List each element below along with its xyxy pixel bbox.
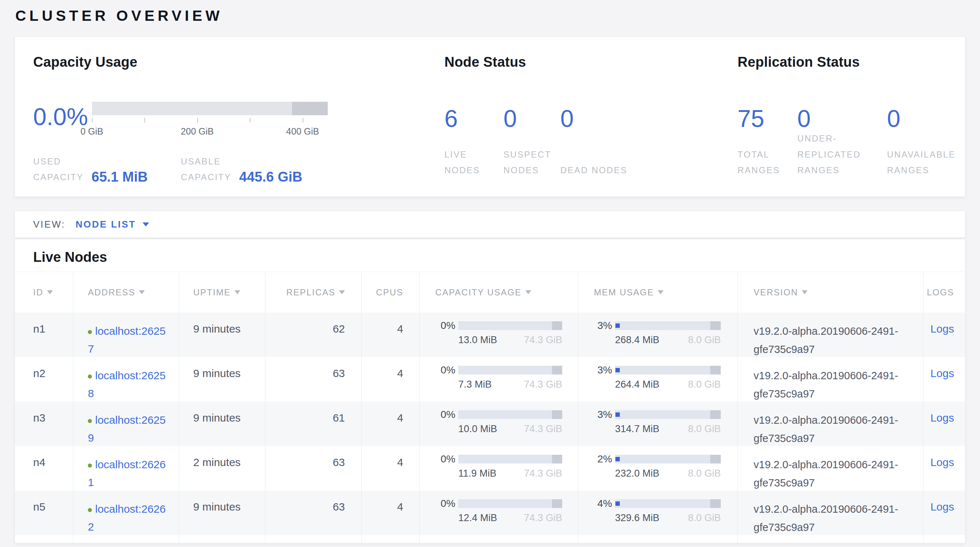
bar-dark-segment bbox=[552, 499, 563, 508]
capacity-stats: USED CAPACITY 65.1 MiB USABLE CAPACITY 4… bbox=[33, 154, 361, 182]
bar-dark-segment bbox=[552, 366, 563, 375]
node-address-cell: localhost:26258 bbox=[73, 357, 179, 403]
column-header-capacity-usage[interactable]: CAPACITY USAGE bbox=[419, 272, 578, 313]
capacity-usage-bar bbox=[458, 321, 562, 330]
mem-usage-bar bbox=[615, 455, 721, 463]
column-header-label: ID bbox=[33, 287, 43, 297]
under-replicated-ranges-stat: 0 UNDER-REPLICATED RANGES bbox=[797, 107, 887, 178]
capacity-usage-bar bbox=[458, 499, 562, 508]
used-capacity-value: 65.1 MiB bbox=[92, 169, 148, 185]
tick-label: 0 GiB bbox=[61, 126, 123, 137]
logs-link[interactable]: Logs bbox=[931, 412, 954, 424]
node-id: n1 bbox=[15, 313, 73, 358]
gauge-used-value: 329.6 MiB bbox=[615, 512, 660, 524]
capacity-axis-ticks bbox=[92, 118, 332, 123]
node-uptime: 9 minutes bbox=[179, 401, 265, 447]
column-header-label: REPLICAS bbox=[286, 287, 336, 297]
replication-status-section: Replication Status 75 TOTAL RANGES 0 UND… bbox=[738, 54, 964, 178]
usable-capacity-label: USABLE CAPACITY bbox=[181, 154, 235, 185]
used-capacity-stat: USED CAPACITY 65.1 MiB bbox=[33, 154, 148, 185]
chevron-down-icon bbox=[143, 223, 149, 226]
mem-usage-gauge: 2%232.0 MiB8.0 GiB bbox=[578, 446, 737, 492]
capacity-bar-dark-segment bbox=[292, 102, 328, 115]
gauge-percent: 0% bbox=[435, 364, 455, 376]
gauge-used-value: 11.9 MiB bbox=[458, 468, 496, 479]
table-row: n2localhost:262589 minutes6340%7.3 MiB74… bbox=[15, 357, 965, 401]
table-row: n3localhost:262599 minutes6140%10.0 MiB7… bbox=[15, 401, 965, 446]
live-nodes-stat: 6 LIVE NODES bbox=[444, 107, 503, 178]
gauge-used-value: 314.7 MiB bbox=[615, 423, 660, 435]
gauge-percent: 0% bbox=[435, 409, 455, 420]
node-id: n4 bbox=[15, 446, 73, 492]
live-nodes-heading: Live Nodes bbox=[33, 250, 107, 265]
tick-mark bbox=[145, 118, 145, 122]
capacity-usage-section: Capacity Usage 0.0% 0 GiB 200 GiB 400 Gi… bbox=[33, 54, 369, 182]
capacity-usage-gauge: 0%7.3 MiB74.3 GiB bbox=[419, 357, 578, 403]
capacity-usage-gauge: 0%12.4 MiB74.3 GiB bbox=[419, 490, 578, 536]
node-address-link[interactable]: localhost:26261 bbox=[88, 458, 165, 488]
gauge-total-value: 74.3 GiB bbox=[524, 512, 562, 524]
table-body: n1localhost:262579 minutes6240%13.0 MiB7… bbox=[15, 313, 965, 543]
sort-descending-icon bbox=[234, 290, 240, 294]
table-header-row: IDADDRESSUPTIMEREPLICASCPUSCAPACITY USAG… bbox=[15, 272, 965, 313]
gauge-used-value: 268.4 MiB bbox=[615, 334, 660, 346]
table-cell-empty bbox=[73, 535, 179, 543]
gauge-total-value: 74.3 GiB bbox=[524, 379, 562, 390]
node-uptime: 9 minutes bbox=[179, 313, 265, 358]
table-cell-empty bbox=[15, 535, 73, 543]
column-header-mem-usage[interactable]: MEM USAGE bbox=[578, 272, 737, 313]
used-capacity-label: USED CAPACITY bbox=[33, 154, 87, 185]
live-status-dot-icon bbox=[88, 330, 92, 334]
bar-dark-segment bbox=[710, 321, 721, 330]
column-header-uptime[interactable]: UPTIME bbox=[179, 272, 265, 313]
table-row: n1localhost:262579 minutes6240%13.0 MiB7… bbox=[15, 313, 965, 357]
logs-link[interactable]: Logs bbox=[931, 456, 954, 468]
node-address-link[interactable]: localhost:26262 bbox=[88, 503, 165, 533]
live-status-dot-icon bbox=[88, 375, 92, 378]
node-cpus: 4 bbox=[361, 490, 419, 536]
capacity-usage-gauge: 0%10.0 MiB74.3 GiB bbox=[419, 401, 578, 447]
logs-link[interactable]: Logs bbox=[931, 367, 954, 379]
node-status-section: Node Status 6 LIVE NODES 0 SUSPECT NODES… bbox=[444, 54, 700, 178]
logs-link[interactable]: Logs bbox=[931, 323, 954, 335]
node-replicas: 63 bbox=[265, 490, 361, 536]
gauge-used-value: 232.0 MiB bbox=[615, 468, 660, 479]
column-header-logs: LOGS bbox=[923, 272, 965, 313]
node-address-link[interactable]: localhost:26259 bbox=[88, 414, 165, 444]
gauge-percent: 3% bbox=[594, 364, 612, 376]
gauge-used-value: 12.4 MiB bbox=[458, 512, 497, 524]
node-address-cell: localhost:26257 bbox=[73, 313, 179, 358]
gauge-percent: 0% bbox=[435, 498, 455, 509]
node-uptime: 2 minutes bbox=[179, 446, 265, 492]
node-logs-cell: Logs bbox=[923, 446, 965, 492]
mem-usage-gauge: 3%268.4 MiB8.0 GiB bbox=[578, 313, 737, 358]
node-logs-cell: Logs bbox=[923, 357, 965, 403]
gauge-used-value: 7.3 MiB bbox=[458, 379, 492, 390]
column-header-address[interactable]: ADDRESS bbox=[73, 272, 179, 313]
logs-link[interactable]: Logs bbox=[931, 501, 954, 513]
node-uptime: 9 minutes bbox=[179, 357, 265, 403]
table-cell-empty bbox=[578, 535, 737, 543]
gauge-used-value: 10.0 MiB bbox=[458, 423, 497, 435]
column-header-label: UPTIME bbox=[193, 287, 231, 297]
table-row: n5localhost:262629 minutes6340%12.4 MiB7… bbox=[15, 490, 965, 535]
gauge-percent: 3% bbox=[594, 409, 612, 420]
gauge-total-value: 74.3 GiB bbox=[524, 334, 562, 346]
gauge-used-value: 13.0 MiB bbox=[458, 334, 497, 346]
column-header-id[interactable]: ID bbox=[15, 272, 73, 313]
mem-usage-bar bbox=[615, 499, 721, 508]
gauge-total-value: 74.3 GiB bbox=[524, 468, 562, 479]
view-selected-value[interactable]: NODE LIST bbox=[75, 219, 136, 230]
column-header-version[interactable]: VERSION bbox=[737, 272, 923, 313]
node-address-link[interactable]: localhost:26257 bbox=[88, 325, 165, 355]
tick-mark bbox=[250, 118, 250, 122]
tick-mark bbox=[92, 118, 92, 122]
bar-dark-segment bbox=[552, 321, 563, 330]
node-replicas: 63 bbox=[265, 446, 361, 492]
capacity-meter: 0 GiB 200 GiB 400 GiB bbox=[92, 102, 332, 137]
view-selector-dropdown[interactable]: NODE LIST bbox=[75, 219, 149, 230]
node-cpus: 4 bbox=[361, 401, 419, 447]
gauge-total-value: 74.3 GiB bbox=[524, 423, 562, 435]
column-header-replicas[interactable]: REPLICAS bbox=[265, 272, 361, 313]
node-address-link[interactable]: localhost:26258 bbox=[88, 369, 165, 399]
